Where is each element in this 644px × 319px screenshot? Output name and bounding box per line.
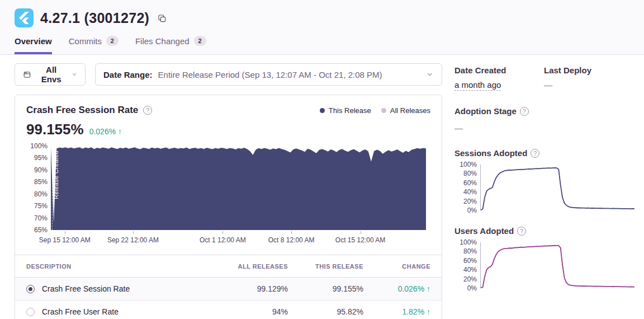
tab-overview[interactable]: Overview [15, 36, 52, 54]
crash-free-panel: Crash Free Session Rate ? 99.155% 0.026%… [15, 95, 442, 319]
release-meta: Date Created Last Deploy a month ago — [454, 65, 635, 90]
page-header: 4.27.1 (3001272) Overview Commits 2 File… [0, 0, 644, 55]
flutter-logo-icon [18, 12, 30, 24]
filter-row: All Envs Date Range: Entire Release Peri… [15, 63, 442, 86]
row-all-releases-value: 99.129% [215, 278, 299, 301]
legend-this-release[interactable]: This Release [320, 106, 371, 115]
rate-delta: 0.026% ↑ [89, 127, 122, 136]
date-range-label: Date Range: [103, 70, 153, 79]
users-adopted-section: Users Adopted ? 100%80%60%40%20%0% [454, 226, 635, 288]
radio-crash-free-user-rate[interactable] [26, 308, 35, 316]
users-chart-svg [481, 242, 634, 288]
copy-version-button[interactable] [156, 12, 168, 25]
tab-bar: Overview Commits 2 Files Changed 2 [15, 36, 629, 54]
row-description: Crash Free Session Rate [42, 284, 130, 293]
content-column: All Envs Date Range: Entire Release Peri… [15, 63, 442, 319]
tab-commits[interactable]: Commits 2 [69, 36, 119, 54]
row-change-value: 0.026% ↑ [375, 278, 442, 301]
date-range-button[interactable]: Date Range: Entire Release Period (Sep 1… [95, 63, 442, 86]
crash-chart-x-axis: Sep 15 12:00 AMSep 22 12:00 AMOct 1 12:0… [51, 234, 426, 246]
help-icon[interactable]: ? [143, 106, 152, 115]
users-adopted-label: Users Adopted [454, 226, 514, 236]
column-description: Description [15, 255, 215, 278]
sessions-adopted-section: Sessions Adopted ? 100%80%60%40%20%0% [454, 148, 635, 210]
crash-chart-plot: Release Created [51, 146, 426, 230]
metrics-table: Description All Releases This Release Ch… [15, 255, 442, 319]
row-this-release-value: 95.82% [299, 301, 375, 319]
adoption-stage-section: Adoption Stage ? — [454, 106, 635, 133]
main-content: All Envs Date Range: Entire Release Peri… [0, 55, 644, 319]
chevron-down-icon [426, 71, 434, 78]
adoption-stage-label: Adoption Stage [454, 106, 517, 116]
last-deploy-label: Last Deploy [544, 65, 635, 75]
row-description: Crash Free User Rate [42, 307, 119, 316]
adoption-stage-value: — [454, 123, 635, 133]
metrics-table-header-row: Description All Releases This Release Ch… [15, 255, 442, 278]
copy-icon [157, 13, 167, 24]
users-chart-y-axis: 100%80%60%40%20%0% [454, 242, 477, 288]
legend-dot-all-releases [381, 108, 386, 113]
date-created-label: Date Created [454, 65, 544, 75]
tab-files-changed-label: Files Changed [135, 36, 190, 46]
legend-label-all-releases: All Releases [390, 106, 430, 115]
crash-chart-svg [51, 146, 426, 230]
column-this-release: This Release [299, 255, 375, 278]
crash-free-rate-value: 99.155% 0.026% ↑ [26, 121, 152, 138]
tab-commits-label: Commits [69, 36, 102, 46]
help-icon[interactable]: ? [531, 149, 539, 158]
legend-label-this-release: This Release [329, 106, 371, 115]
date-created-value[interactable]: a month ago [454, 80, 501, 91]
last-deploy-value: — [544, 80, 635, 90]
chart-legend: This Release All Releases [320, 106, 430, 115]
commits-count-badge: 2 [106, 36, 119, 46]
crash-chart-y-axis: 100%95%90%85%80%75%70%65% [24, 146, 48, 230]
sessions-chart-y-axis: 100%80%60%40%20%0% [454, 165, 477, 210]
users-adopted-chart[interactable]: 100%80%60%40%20%0% [454, 242, 634, 288]
table-row-crash-free-session-rate[interactable]: Crash Free Session Rate 99.129% 99.155% … [15, 278, 442, 301]
crash-free-chart[interactable]: 100%95%90%85%80%75%70%65% Release Create… [24, 146, 426, 230]
column-change: Change [375, 255, 442, 278]
radio-crash-free-session-rate[interactable] [26, 285, 35, 293]
sessions-adopted-chart[interactable]: 100%80%60%40%20%0% [454, 165, 634, 210]
legend-all-releases[interactable]: All Releases [381, 106, 430, 115]
page-title: 4.27.1 (3001272) [40, 10, 149, 26]
help-icon[interactable]: ? [520, 107, 529, 116]
column-all-releases: All Releases [215, 255, 299, 278]
sessions-chart-svg [481, 165, 634, 210]
help-icon[interactable]: ? [517, 227, 526, 236]
release-sidebar: Date Created Last Deploy a month ago — A… [454, 63, 635, 319]
row-change-value: 1.82% ↑ [375, 301, 442, 319]
chevron-down-icon [72, 71, 77, 78]
panel-title-text: Crash Free Session Rate [26, 105, 138, 116]
environment-filter-label: All Envs [37, 65, 66, 84]
files-changed-count-badge: 2 [194, 36, 206, 46]
date-range-value: Entire Release Period (Sep 13, 12:07 AM … [158, 70, 382, 79]
title-row: 4.27.1 (3001272) [15, 8, 629, 27]
crash-free-session-rate-title: Crash Free Session Rate ? [26, 105, 152, 116]
flutter-app-icon [15, 8, 34, 27]
legend-dot-this-release [320, 108, 325, 113]
crash-free-panel-header: Crash Free Session Rate ? 99.155% 0.026%… [15, 95, 442, 138]
environment-filter-button[interactable]: All Envs [15, 63, 86, 86]
release-created-label: Release Created [53, 151, 59, 199]
row-all-releases-value: 94% [215, 301, 299, 319]
table-row-crash-free-user-rate[interactable]: Crash Free User Rate 94% 95.82% 1.82% ↑ [15, 301, 442, 319]
window-icon [23, 70, 31, 79]
row-this-release-value: 99.155% [299, 278, 375, 301]
sessions-adopted-label: Sessions Adopted [454, 148, 527, 158]
tab-overview-label: Overview [15, 36, 52, 46]
tab-files-changed[interactable]: Files Changed 2 [135, 36, 206, 54]
rate-big-number: 99.155% [26, 121, 84, 138]
